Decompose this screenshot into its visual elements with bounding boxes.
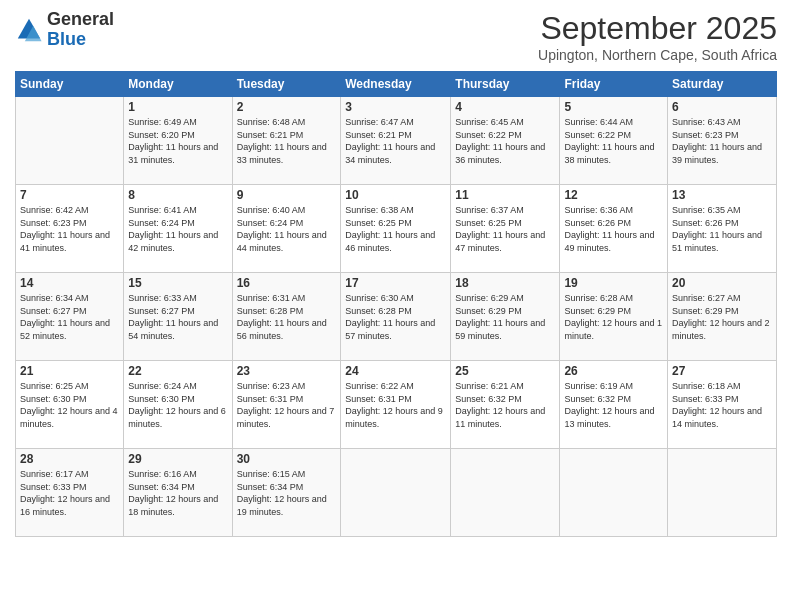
logo-blue: Blue <box>47 29 86 49</box>
day-number: 2 <box>237 100 337 114</box>
day-number: 6 <box>672 100 772 114</box>
logo-icon <box>15 16 43 44</box>
calendar-cell <box>451 449 560 537</box>
calendar-cell: 1Sunrise: 6:49 AM Sunset: 6:20 PM Daylig… <box>124 97 232 185</box>
calendar-cell <box>16 97 124 185</box>
calendar-cell: 3Sunrise: 6:47 AM Sunset: 6:21 PM Daylig… <box>341 97 451 185</box>
day-info: Sunrise: 6:31 AM Sunset: 6:28 PM Dayligh… <box>237 292 337 342</box>
calendar-cell: 18Sunrise: 6:29 AM Sunset: 6:29 PM Dayli… <box>451 273 560 361</box>
calendar-cell: 17Sunrise: 6:30 AM Sunset: 6:28 PM Dayli… <box>341 273 451 361</box>
week-row-3: 14Sunrise: 6:34 AM Sunset: 6:27 PM Dayli… <box>16 273 777 361</box>
day-number: 23 <box>237 364 337 378</box>
calendar-cell: 24Sunrise: 6:22 AM Sunset: 6:31 PM Dayli… <box>341 361 451 449</box>
col-thursday: Thursday <box>451 72 560 97</box>
calendar-cell <box>668 449 777 537</box>
col-monday: Monday <box>124 72 232 97</box>
calendar-cell: 11Sunrise: 6:37 AM Sunset: 6:25 PM Dayli… <box>451 185 560 273</box>
day-number: 7 <box>20 188 119 202</box>
week-row-1: 1Sunrise: 6:49 AM Sunset: 6:20 PM Daylig… <box>16 97 777 185</box>
calendar-cell: 29Sunrise: 6:16 AM Sunset: 6:34 PM Dayli… <box>124 449 232 537</box>
day-number: 22 <box>128 364 227 378</box>
day-info: Sunrise: 6:40 AM Sunset: 6:24 PM Dayligh… <box>237 204 337 254</box>
day-info: Sunrise: 6:28 AM Sunset: 6:29 PM Dayligh… <box>564 292 663 342</box>
day-info: Sunrise: 6:41 AM Sunset: 6:24 PM Dayligh… <box>128 204 227 254</box>
day-info: Sunrise: 6:45 AM Sunset: 6:22 PM Dayligh… <box>455 116 555 166</box>
day-info: Sunrise: 6:29 AM Sunset: 6:29 PM Dayligh… <box>455 292 555 342</box>
calendar-cell: 16Sunrise: 6:31 AM Sunset: 6:28 PM Dayli… <box>232 273 341 361</box>
day-info: Sunrise: 6:21 AM Sunset: 6:32 PM Dayligh… <box>455 380 555 430</box>
calendar-cell: 9Sunrise: 6:40 AM Sunset: 6:24 PM Daylig… <box>232 185 341 273</box>
calendar-cell: 13Sunrise: 6:35 AM Sunset: 6:26 PM Dayli… <box>668 185 777 273</box>
col-sunday: Sunday <box>16 72 124 97</box>
calendar-cell <box>341 449 451 537</box>
col-friday: Friday <box>560 72 668 97</box>
calendar-cell <box>560 449 668 537</box>
week-row-2: 7Sunrise: 6:42 AM Sunset: 6:23 PM Daylig… <box>16 185 777 273</box>
day-info: Sunrise: 6:34 AM Sunset: 6:27 PM Dayligh… <box>20 292 119 342</box>
day-number: 20 <box>672 276 772 290</box>
day-info: Sunrise: 6:18 AM Sunset: 6:33 PM Dayligh… <box>672 380 772 430</box>
calendar-cell: 14Sunrise: 6:34 AM Sunset: 6:27 PM Dayli… <box>16 273 124 361</box>
day-number: 17 <box>345 276 446 290</box>
day-info: Sunrise: 6:38 AM Sunset: 6:25 PM Dayligh… <box>345 204 446 254</box>
calendar-cell: 4Sunrise: 6:45 AM Sunset: 6:22 PM Daylig… <box>451 97 560 185</box>
week-row-4: 21Sunrise: 6:25 AM Sunset: 6:30 PM Dayli… <box>16 361 777 449</box>
day-number: 8 <box>128 188 227 202</box>
day-number: 16 <box>237 276 337 290</box>
day-number: 25 <box>455 364 555 378</box>
day-info: Sunrise: 6:27 AM Sunset: 6:29 PM Dayligh… <box>672 292 772 342</box>
day-number: 30 <box>237 452 337 466</box>
day-number: 29 <box>128 452 227 466</box>
month-title: September 2025 <box>538 10 777 47</box>
day-number: 3 <box>345 100 446 114</box>
calendar-cell: 25Sunrise: 6:21 AM Sunset: 6:32 PM Dayli… <box>451 361 560 449</box>
header: General Blue September 2025 Upington, No… <box>15 10 777 63</box>
day-info: Sunrise: 6:37 AM Sunset: 6:25 PM Dayligh… <box>455 204 555 254</box>
col-saturday: Saturday <box>668 72 777 97</box>
day-number: 11 <box>455 188 555 202</box>
calendar-cell: 30Sunrise: 6:15 AM Sunset: 6:34 PM Dayli… <box>232 449 341 537</box>
day-info: Sunrise: 6:33 AM Sunset: 6:27 PM Dayligh… <box>128 292 227 342</box>
day-number: 28 <box>20 452 119 466</box>
calendar-cell: 12Sunrise: 6:36 AM Sunset: 6:26 PM Dayli… <box>560 185 668 273</box>
day-number: 1 <box>128 100 227 114</box>
day-number: 4 <box>455 100 555 114</box>
logo: General Blue <box>15 10 114 50</box>
calendar-cell: 10Sunrise: 6:38 AM Sunset: 6:25 PM Dayli… <box>341 185 451 273</box>
calendar-cell: 28Sunrise: 6:17 AM Sunset: 6:33 PM Dayli… <box>16 449 124 537</box>
day-number: 27 <box>672 364 772 378</box>
day-info: Sunrise: 6:24 AM Sunset: 6:30 PM Dayligh… <box>128 380 227 430</box>
day-info: Sunrise: 6:16 AM Sunset: 6:34 PM Dayligh… <box>128 468 227 518</box>
calendar-cell: 20Sunrise: 6:27 AM Sunset: 6:29 PM Dayli… <box>668 273 777 361</box>
calendar-cell: 5Sunrise: 6:44 AM Sunset: 6:22 PM Daylig… <box>560 97 668 185</box>
calendar-cell: 15Sunrise: 6:33 AM Sunset: 6:27 PM Dayli… <box>124 273 232 361</box>
day-number: 21 <box>20 364 119 378</box>
title-block: September 2025 Upington, Northern Cape, … <box>538 10 777 63</box>
day-info: Sunrise: 6:19 AM Sunset: 6:32 PM Dayligh… <box>564 380 663 430</box>
calendar-cell: 19Sunrise: 6:28 AM Sunset: 6:29 PM Dayli… <box>560 273 668 361</box>
calendar-cell: 2Sunrise: 6:48 AM Sunset: 6:21 PM Daylig… <box>232 97 341 185</box>
day-info: Sunrise: 6:15 AM Sunset: 6:34 PM Dayligh… <box>237 468 337 518</box>
calendar-table: Sunday Monday Tuesday Wednesday Thursday… <box>15 71 777 537</box>
calendar-cell: 26Sunrise: 6:19 AM Sunset: 6:32 PM Dayli… <box>560 361 668 449</box>
calendar-cell: 6Sunrise: 6:43 AM Sunset: 6:23 PM Daylig… <box>668 97 777 185</box>
header-row: Sunday Monday Tuesday Wednesday Thursday… <box>16 72 777 97</box>
day-number: 10 <box>345 188 446 202</box>
calendar-cell: 27Sunrise: 6:18 AM Sunset: 6:33 PM Dayli… <box>668 361 777 449</box>
col-wednesday: Wednesday <box>341 72 451 97</box>
day-number: 24 <box>345 364 446 378</box>
day-number: 18 <box>455 276 555 290</box>
col-tuesday: Tuesday <box>232 72 341 97</box>
day-number: 15 <box>128 276 227 290</box>
day-number: 5 <box>564 100 663 114</box>
calendar-cell: 8Sunrise: 6:41 AM Sunset: 6:24 PM Daylig… <box>124 185 232 273</box>
logo-text: General Blue <box>47 10 114 50</box>
day-info: Sunrise: 6:30 AM Sunset: 6:28 PM Dayligh… <box>345 292 446 342</box>
day-info: Sunrise: 6:17 AM Sunset: 6:33 PM Dayligh… <box>20 468 119 518</box>
day-number: 14 <box>20 276 119 290</box>
calendar-cell: 23Sunrise: 6:23 AM Sunset: 6:31 PM Dayli… <box>232 361 341 449</box>
day-info: Sunrise: 6:36 AM Sunset: 6:26 PM Dayligh… <box>564 204 663 254</box>
day-info: Sunrise: 6:44 AM Sunset: 6:22 PM Dayligh… <box>564 116 663 166</box>
day-info: Sunrise: 6:49 AM Sunset: 6:20 PM Dayligh… <box>128 116 227 166</box>
day-number: 13 <box>672 188 772 202</box>
